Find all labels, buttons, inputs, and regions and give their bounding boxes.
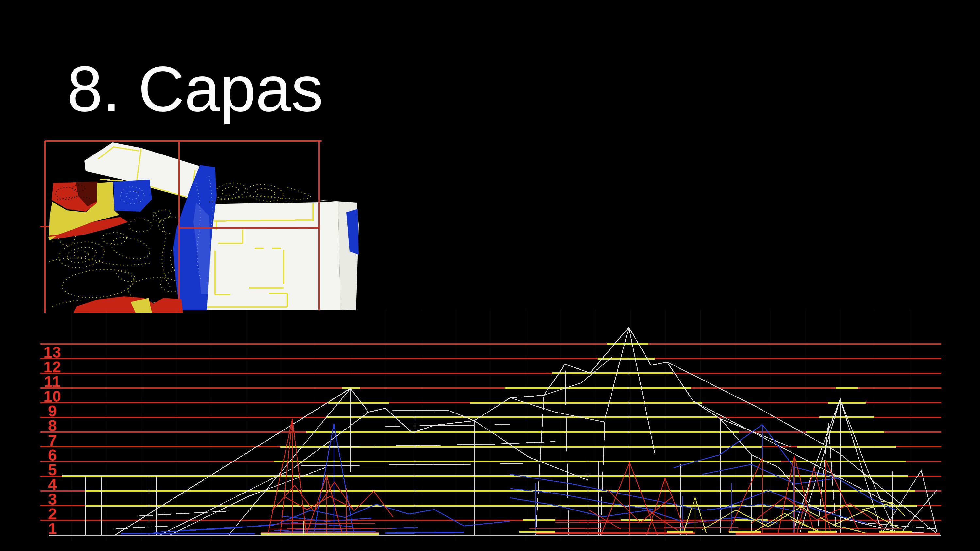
site-plan-view bbox=[40, 141, 359, 313]
floorplan-building bbox=[202, 200, 359, 310]
roof-left-wing bbox=[84, 142, 141, 183]
bottom-terrain-blob bbox=[73, 296, 183, 313]
yellow-terrain-mesh bbox=[261, 497, 912, 535]
blue-terrain-mesh bbox=[121, 424, 896, 535]
level-labels: 13 12 11 10 9 8 7 6 5 4 3 2 1 bbox=[43, 344, 61, 537]
slide-canvas: { "slide": { "title": "8. Capas" }, "ele… bbox=[0, 0, 980, 551]
bottom-red-blob bbox=[73, 296, 183, 313]
level-label-1: 1 bbox=[48, 520, 57, 537]
slide-title: 8. Capas bbox=[67, 53, 323, 125]
terrain-red-dashes bbox=[209, 202, 294, 203]
elevation-view: 13 12 11 10 9 8 7 6 5 4 3 2 1 bbox=[40, 310, 942, 541]
blue-patch-small bbox=[113, 179, 152, 212]
slide-scene: 8. Capas bbox=[0, 0, 980, 551]
